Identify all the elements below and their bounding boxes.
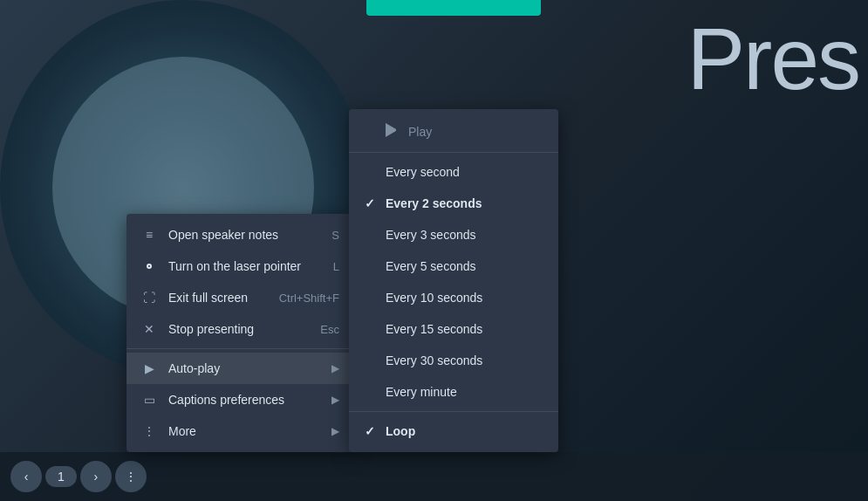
- menu-item-stop-presenting[interactable]: ✕ Stop presenting Esc: [126, 313, 353, 345]
- menu-item-auto-play[interactable]: ▶ Auto-play ▶: [126, 353, 353, 384]
- menu-item-exit-fullscreen[interactable]: ⛶ Exit full screen Ctrl+Shift+F: [126, 282, 353, 313]
- bottom-toolbar: ‹ 1 › ⋮: [0, 452, 868, 501]
- submenu-every-2-seconds[interactable]: ✓ Every 2 seconds: [349, 188, 558, 219]
- loop-label: Loop: [386, 424, 415, 438]
- fullscreen-icon: ⛶: [140, 291, 158, 305]
- captions-arrow: ▶: [331, 394, 339, 406]
- menu-item-speaker-notes[interactable]: ≡ Open speaker notes S: [126, 219, 353, 250]
- every-2-seconds-label: Every 2 seconds: [386, 196, 482, 210]
- play-label: Play: [408, 125, 432, 139]
- submenu-loop[interactable]: ✓ Loop: [349, 415, 558, 447]
- prev-icon: ‹: [24, 470, 29, 484]
- next-icon: ›: [93, 470, 98, 484]
- every-second-label: Every second: [386, 165, 460, 179]
- auto-play-label: Auto-play: [168, 361, 321, 375]
- captions-label: Captions preferences: [168, 393, 321, 407]
- green-accent-bar: [366, 0, 541, 16]
- stop-presenting-label: Stop presenting: [168, 322, 310, 336]
- more-label: More: [168, 424, 321, 438]
- captions-icon: ▭: [140, 393, 158, 407]
- laser-pointer-label: Turn on the laser pointer: [168, 259, 323, 273]
- laser-dot-icon: [140, 264, 158, 269]
- x-icon: ✕: [140, 322, 158, 336]
- stop-presenting-shortcut: Esc: [320, 323, 339, 336]
- more-dots-icon: ⋮: [140, 424, 158, 438]
- every-minute-label: Every minute: [386, 385, 457, 399]
- autoplay-submenu: Play Every second ✓ Every 2 seconds Ever…: [349, 109, 558, 452]
- more-options-button[interactable]: ⋮: [115, 461, 147, 492]
- slide-number-display: 1: [45, 466, 77, 487]
- more-arrow: ▶: [331, 425, 339, 437]
- every-5-seconds-label: Every 5 seconds: [386, 259, 476, 273]
- prev-slide-button[interactable]: ‹: [10, 461, 42, 492]
- submenu-every-3-seconds[interactable]: Every 3 seconds: [349, 219, 558, 250]
- exit-fullscreen-label: Exit full screen: [168, 291, 269, 305]
- submenu-divider-2: [349, 411, 558, 412]
- every-3-seconds-label: Every 3 seconds: [386, 228, 476, 242]
- submenu-every-30-seconds[interactable]: Every 30 seconds: [349, 345, 558, 376]
- every-15-seconds-label: Every 15 seconds: [386, 322, 482, 336]
- menu-divider-1: [126, 348, 353, 349]
- auto-play-arrow: ▶: [331, 362, 339, 374]
- every-10-seconds-label: Every 10 seconds: [386, 291, 482, 305]
- menu-item-laser-pointer[interactable]: Turn on the laser pointer L: [126, 250, 353, 282]
- submenu-every-5-seconds[interactable]: Every 5 seconds: [349, 250, 558, 282]
- slide-title-text: Pres: [687, 9, 859, 109]
- context-menu: ≡ Open speaker notes S Turn on the laser…: [126, 214, 353, 452]
- submenu-every-minute[interactable]: Every minute: [349, 376, 558, 408]
- submenu-every-second[interactable]: Every second: [349, 156, 558, 188]
- next-slide-button[interactable]: ›: [80, 461, 112, 492]
- speaker-notes-label: Open speaker notes: [168, 228, 321, 242]
- submenu-every-15-seconds[interactable]: Every 15 seconds: [349, 313, 558, 345]
- speaker-notes-shortcut: S: [331, 229, 339, 242]
- every-2-seconds-check: ✓: [363, 196, 377, 210]
- play-triangle-icon: ▶: [140, 361, 158, 375]
- submenu-divider-1: [349, 152, 558, 153]
- menu-item-more[interactable]: ⋮ More ▶: [126, 415, 353, 447]
- loop-check: ✓: [363, 424, 377, 438]
- laser-pointer-shortcut: L: [333, 260, 339, 273]
- submenu-every-10-seconds[interactable]: Every 10 seconds: [349, 282, 558, 313]
- exit-fullscreen-shortcut: Ctrl+Shift+F: [279, 292, 339, 305]
- play-icon: [386, 123, 400, 140]
- lines-icon: ≡: [140, 228, 158, 242]
- every-30-seconds-label: Every 30 seconds: [386, 353, 482, 367]
- more-options-icon: ⋮: [125, 470, 137, 484]
- menu-item-captions[interactable]: ▭ Captions preferences ▶: [126, 384, 353, 415]
- submenu-play-item[interactable]: Play: [349, 114, 558, 148]
